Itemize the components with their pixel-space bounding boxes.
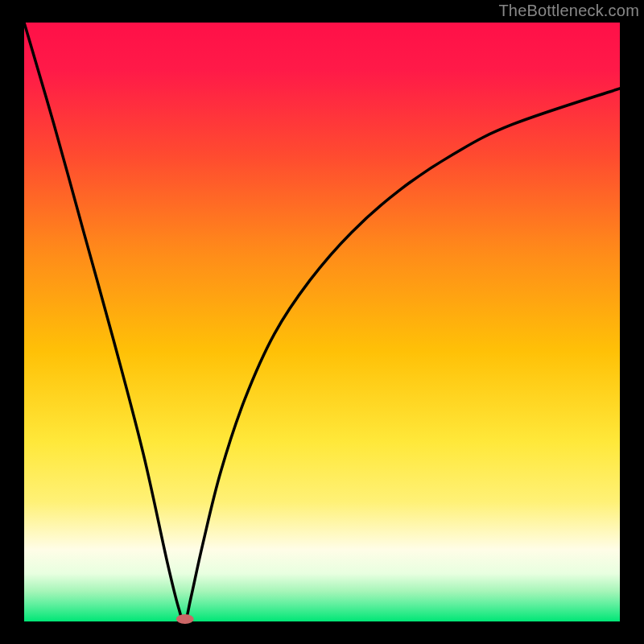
plot-area xyxy=(24,23,620,621)
chart-svg xyxy=(0,0,644,644)
min-marker xyxy=(176,614,194,624)
chart-frame: { "watermark": "TheBottleneck.com", "cha… xyxy=(0,0,644,644)
watermark: TheBottleneck.com xyxy=(498,2,639,20)
